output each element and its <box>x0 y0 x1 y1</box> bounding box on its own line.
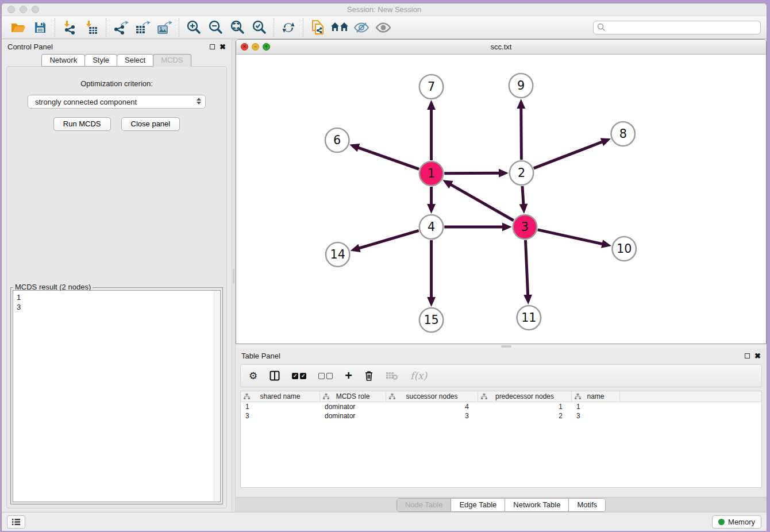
edge-3-1[interactable] <box>449 184 514 221</box>
table-cell[interactable]: 1 <box>478 403 572 411</box>
graph-node-label: 1 <box>428 167 435 180</box>
toolbar-separator <box>274 18 274 37</box>
tab-network-table[interactable]: Network Table <box>505 499 569 511</box>
tab-motifs[interactable]: Motifs <box>569 499 605 511</box>
table-panel-title: Table Panel <box>241 352 280 360</box>
clone-network-icon[interactable] <box>307 18 329 37</box>
vertical-splitter[interactable] <box>232 39 236 512</box>
chevron-updown-icon <box>197 98 201 105</box>
export-table-icon[interactable] <box>132 18 153 37</box>
table-cell[interactable]: 3 <box>386 412 478 420</box>
task-list-icon[interactable] <box>7 515 25 529</box>
control-panel: Control Panel ✖ NetworkStyleSelectMCDS O… <box>2 39 232 512</box>
table-row[interactable]: 3dominator323 <box>241 411 761 421</box>
column-header-predecessor-nodes[interactable]: predecessor nodes <box>478 391 572 402</box>
float-table-panel-icon[interactable] <box>745 353 750 358</box>
hide-eye-icon[interactable] <box>351 18 372 37</box>
export-network-icon[interactable] <box>110 18 132 37</box>
table-cell[interactable]: 3 <box>572 412 620 420</box>
home-network-icon[interactable] <box>329 18 351 37</box>
status-bar: Memory <box>2 512 767 531</box>
network-canvas[interactable]: 7968124314101511 <box>236 55 766 344</box>
table-cell[interactable]: 3 <box>241 412 320 420</box>
scrollbar-track[interactable] <box>214 291 220 501</box>
tab-network[interactable]: Network <box>41 54 85 67</box>
table-row[interactable]: 1dominator411 <box>241 402 761 411</box>
table-cell[interactable]: dominator <box>320 403 386 411</box>
run-mcds-button[interactable]: Run MCDS <box>53 117 111 131</box>
table-cell[interactable]: dominator <box>320 412 386 420</box>
tab-edge-table[interactable]: Edge Table <box>451 499 505 511</box>
checked-boxes-icon[interactable]: ✓✓ <box>292 373 306 379</box>
float-panel-icon[interactable] <box>210 44 215 49</box>
graph-node-label: 3 <box>521 220 529 234</box>
close-panel-icon[interactable]: ✖ <box>220 43 226 51</box>
table-cell[interactable]: 1 <box>241 403 320 411</box>
import-table-icon[interactable] <box>80 18 102 37</box>
zoom-fit-icon[interactable] <box>226 18 248 37</box>
graph-node-label: 2 <box>518 166 525 180</box>
edge-4-14[interactable] <box>357 230 419 249</box>
table-panel: Table Panel ✖ ⚙ ✓✓ <box>236 348 767 512</box>
tab-select[interactable]: Select <box>117 54 153 67</box>
import-network-icon[interactable] <box>59 18 80 37</box>
zoom-selected-icon[interactable] <box>248 18 270 37</box>
edge-1-6[interactable] <box>356 147 419 169</box>
column-header-MCDS-role[interactable]: MCDS role <box>320 391 386 402</box>
show-eye-icon[interactable] <box>372 18 394 37</box>
node-table[interactable]: shared nameMCDS rolesuccessor nodesprede… <box>240 391 762 488</box>
mcds-panel: Optimization criterion: strongly connect… <box>6 66 227 508</box>
tab-node-table[interactable]: Node Table <box>397 499 452 511</box>
arrowhead-icon <box>351 244 361 252</box>
export-image-icon[interactable] <box>153 18 175 37</box>
table-cell[interactable]: 4 <box>386 403 478 411</box>
edge-2-8[interactable] <box>534 141 604 168</box>
edge-2-9[interactable] <box>521 106 522 160</box>
zoom-out-icon[interactable] <box>205 18 226 37</box>
toolbar-separator <box>303 18 303 37</box>
column-header-successor-nodes[interactable]: successor nodes <box>386 391 478 402</box>
refresh-icon[interactable] <box>278 18 299 37</box>
column-header-shared-name[interactable]: shared name <box>241 391 320 402</box>
graph-node-label: 4 <box>428 220 435 234</box>
search-input[interactable] <box>593 21 761 34</box>
split-view-icon[interactable] <box>270 371 280 381</box>
close-table-panel-icon[interactable]: ✖ <box>754 352 761 360</box>
memory-button[interactable]: Memory <box>712 515 761 529</box>
criterion-dropdown[interactable]: strongly connected component <box>28 95 206 109</box>
toolbar-separator <box>55 18 55 37</box>
app-window: Session: New Session <box>1 3 767 531</box>
mcds-result-group: MCDS result (2 nodes) 13 <box>10 287 223 504</box>
graph-node-label: 6 <box>333 133 341 147</box>
trash-icon[interactable] <box>364 371 374 381</box>
toolbar-separator <box>106 18 106 37</box>
add-row-icon[interactable]: + <box>345 369 352 382</box>
toolbar-separator <box>179 18 179 37</box>
open-folder-icon[interactable] <box>7 18 29 37</box>
delete-table-icon <box>386 371 398 380</box>
graph-node-label: 15 <box>424 313 438 327</box>
arrowhead-icon <box>519 204 528 214</box>
criterion-value: strongly connected component <box>35 98 137 106</box>
table-cell[interactable]: 2 <box>478 412 572 420</box>
zoom-in-icon[interactable] <box>183 18 205 37</box>
close-panel-button[interactable]: Close panel <box>121 117 180 131</box>
gear-icon[interactable]: ⚙ <box>249 370 257 382</box>
title-bar: Session: New Session <box>2 3 767 16</box>
edge-3-11[interactable] <box>525 240 528 297</box>
column-header-name[interactable]: name <box>572 391 620 402</box>
search-icon <box>597 23 606 33</box>
edge-2-3[interactable] <box>522 186 523 206</box>
mcds-result-list[interactable]: 13 <box>13 290 221 502</box>
edge-1-2[interactable] <box>444 173 501 174</box>
save-icon[interactable] <box>29 18 51 37</box>
arrowhead-icon <box>523 295 532 304</box>
network-graph[interactable]: 7968124314101511 <box>236 55 766 344</box>
horizontal-splitter[interactable] <box>236 344 767 348</box>
edge-3-10[interactable] <box>538 230 605 244</box>
arrowhead-icon <box>601 240 611 248</box>
tab-mcds[interactable]: MCDS <box>153 54 191 67</box>
unchecked-boxes-icon[interactable] <box>318 373 333 379</box>
tab-style[interactable]: Style <box>84 54 117 67</box>
table-cell[interactable]: 1 <box>572 403 620 411</box>
